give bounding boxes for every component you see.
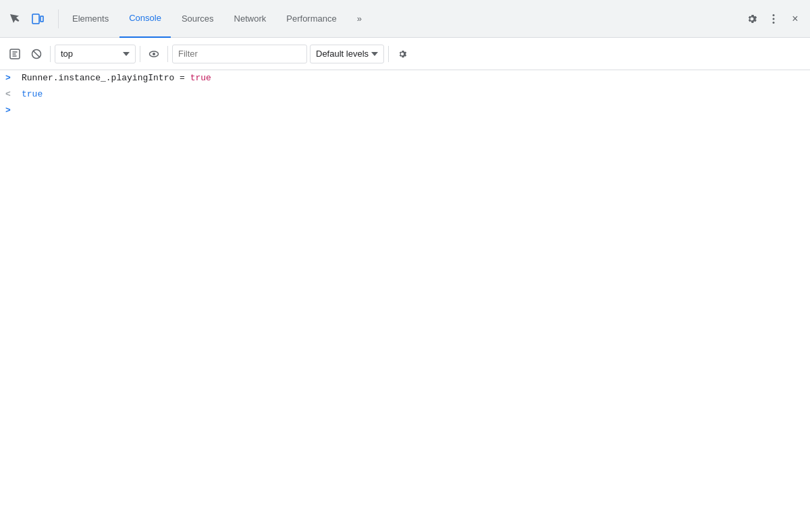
gear-icon [746,13,758,25]
console-toolbar: top Default levels [0,38,810,70]
settings-btn[interactable] [742,9,761,28]
console-settings-btn[interactable] [393,45,412,63]
tab-more-label: » [357,14,362,24]
tab-performance-label: Performance [286,14,336,24]
tab-console-label: Console [129,13,161,23]
clear-console-btn[interactable] [27,45,46,63]
console-input-text: Runner.instance_.playingIntro = true [22,73,211,83]
prompt-cursor [22,105,27,115]
execute-icon [9,49,20,59]
svg-rect-1 [40,16,43,22]
tab-network-label: Network [234,14,267,24]
devtools-tab-bar: Elements Console Sources Network Perform… [0,0,810,38]
true-value: true [190,73,211,83]
tab-performance[interactable]: Performance [277,0,346,38]
eye-btn[interactable] [144,45,163,63]
filter-input[interactable] [172,45,307,63]
close-devtools-btn[interactable]: × [786,9,805,28]
prompt-prefix[interactable]: > [5,105,15,115]
tab-sources-label: Sources [182,14,214,24]
console-line-input: > Runner.instance_.playingIntro = true [0,70,810,86]
svg-point-4 [773,22,775,24]
clear-icon [31,49,42,59]
tab-icons-group [5,9,47,28]
svg-point-3 [773,18,775,20]
close-icon: × [792,13,798,25]
more-vert-icon [767,13,780,25]
context-selector[interactable]: top [55,45,136,63]
console-output-area: > Runner.instance_.playingIntro = true <… [0,70,810,532]
device-icon [32,13,44,25]
execute-btn[interactable] [5,45,24,63]
console-line-output: < true [0,86,810,103]
tab-more[interactable]: » [348,0,371,38]
more-options-btn[interactable] [764,9,783,28]
svg-rect-0 [32,14,39,24]
output-prefix: < [5,89,15,99]
svg-point-8 [153,53,155,55]
toolbar-divider-4 [388,46,389,62]
console-line-prompt[interactable]: > [0,103,810,119]
input-prefix[interactable]: > [5,73,15,83]
tab-divider-left [58,9,59,28]
console-gear-icon [397,49,408,59]
cursor-icon [9,13,21,25]
toolbar-divider-1 [50,46,51,62]
log-levels-selector[interactable]: Default levels [310,45,384,63]
levels-dropdown-arrow [371,52,378,56]
cursor-icon-btn[interactable] [5,9,24,28]
context-dropdown-arrow [123,52,130,56]
context-value: top [61,49,120,59]
tab-elements[interactable]: Elements [63,0,118,38]
tab-console[interactable]: Console [119,0,171,38]
eye-icon [148,49,159,59]
tab-network[interactable]: Network [225,0,276,38]
tab-sources[interactable]: Sources [172,0,223,38]
tab-elements-label: Elements [72,14,109,24]
device-toggle-btn[interactable] [28,9,47,28]
levels-label: Default levels [316,49,369,59]
toolbar-divider-2 [140,46,140,62]
tab-right-icons: × [742,9,805,28]
console-output-text: true [22,89,43,99]
toolbar-divider-3 [167,46,168,62]
svg-point-2 [773,14,775,16]
